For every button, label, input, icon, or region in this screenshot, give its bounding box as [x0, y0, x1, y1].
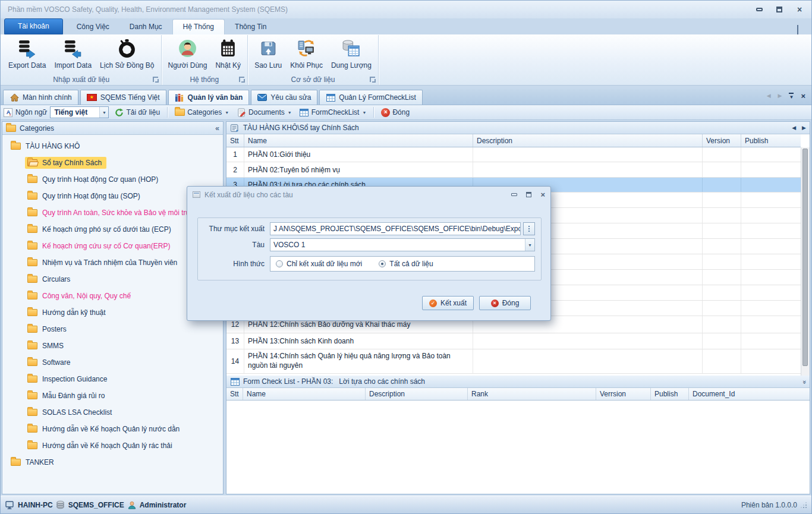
tab-list-icon[interactable]: ▼ — [789, 93, 794, 100]
close-button[interactable]: × — [795, 5, 804, 14]
log-button[interactable]: Nhật Ký — [211, 37, 245, 71]
dialog-close-icon[interactable]: × — [540, 191, 545, 198]
dialog-title-bar[interactable]: Kết xuất dữ liệu cho các tàu × — [187, 187, 550, 203]
radio-option-new-data[interactable]: Chỉ kết xuất dữ liệu mới — [276, 260, 362, 268]
close-x-icon: × — [491, 299, 499, 307]
close-red-icon: × — [381, 108, 390, 117]
tab-close-icon[interactable]: × — [801, 92, 805, 100]
tree-item[interactable]: SOLAS LSA Checklist — [2, 404, 223, 421]
column-header-description[interactable]: Description — [473, 134, 703, 147]
dialog-launcher-icon[interactable] — [370, 77, 375, 82]
restore-db-icon — [297, 39, 316, 60]
separator — [373, 107, 374, 118]
export-button[interactable]: ✓ Kết xuất — [422, 296, 474, 310]
formchecklist-table-header: Stt Name Description Rank Verrsion Publi… — [226, 388, 810, 401]
tree-item[interactable]: Hướng dẫn về Kế hoạch Quản lý rác thải — [2, 437, 223, 454]
backup-button[interactable]: Sao Lưu — [250, 37, 286, 71]
doc-tab-man-hinh-chinh[interactable]: Màn hình chính — [3, 90, 78, 105]
dialog-launcher-icon[interactable] — [239, 77, 244, 82]
table-row[interactable]: 2 PHẦN 02:Tuyên bố nhiệm vụ — [226, 162, 801, 178]
tree-item[interactable]: Hướng dẫn về Kế hoạch Quản lý nước dằn — [2, 421, 223, 437]
scrollbar-thumb[interactable] — [802, 149, 808, 366]
users-button[interactable]: Người Dùng — [164, 37, 212, 71]
radio-option-all-data[interactable]: Tất cả dữ liệu — [379, 260, 433, 268]
column-header-name[interactable]: Name — [243, 388, 366, 400]
sync-history-button[interactable]: Lịch Sử Đồng Bộ — [96, 37, 158, 71]
dialog-field-group: Thư mục kết xuất J AN\SQEMS_PROJECT\SQEM… — [197, 217, 542, 280]
export-data-icon — [17, 39, 37, 60]
restore-button[interactable] — [775, 5, 784, 14]
language-combobox[interactable]: Tiếng việt ▼ — [50, 106, 109, 118]
export-data-button[interactable]: Export Data — [4, 37, 50, 71]
column-header-verrsion[interactable]: Verrsion — [596, 388, 651, 400]
dialog-maximize-button[interactable] — [526, 192, 531, 197]
dialog-launcher-icon[interactable] — [153, 77, 158, 82]
column-header-stt[interactable]: Stt — [226, 388, 243, 400]
browse-ellipsis-button[interactable] — [523, 222, 535, 235]
language-icon: Ax — [3, 108, 12, 117]
resize-grip[interactable] — [801, 502, 807, 508]
tab-cong-viec[interactable]: Công Việc — [67, 20, 119, 34]
column-header-description[interactable]: Description — [366, 388, 468, 400]
column-header-publish[interactable]: Publish — [741, 134, 801, 147]
tab-tai-khoan[interactable]: Tài khoản — [4, 18, 63, 34]
tab-scroll-left-icon[interactable]: ◀ — [767, 93, 771, 99]
minimize-button[interactable] — [754, 5, 764, 14]
column-header-rank[interactable]: Rank — [468, 388, 596, 400]
tab-danh-muc[interactable]: Danh Mục — [119, 20, 172, 34]
doc-tab-quan-ly-van-ban[interactable]: Quản lý văn bản — [168, 90, 250, 105]
load-data-button[interactable]: Tải dữ liệu — [112, 106, 162, 118]
column-header-document-id[interactable]: Document_Id — [689, 388, 810, 400]
documents-menu-button[interactable]: Documents ▼ — [234, 106, 294, 118]
folder-icon — [11, 143, 21, 150]
tree-item[interactable]: Mẫu Đánh giá rủi ro — [2, 387, 223, 404]
column-header-publish[interactable]: Publish — [651, 388, 689, 400]
doc-tab-quan-ly-formchecklist[interactable]: Quản Lý FormCheckList — [319, 90, 422, 105]
column-header-stt[interactable]: Stt — [226, 134, 244, 147]
dialog-minimize-button[interactable] — [511, 193, 517, 196]
tree-item[interactable]: Software — [2, 354, 223, 371]
tab-scroll-right-icon[interactable]: ▶ — [778, 93, 782, 99]
import-data-button[interactable]: Import Data — [50, 37, 96, 71]
floppy-backup-icon — [259, 39, 278, 60]
categories-menu-button[interactable]: Categories ▼ — [172, 107, 231, 118]
column-header-name[interactable]: Name — [244, 134, 473, 147]
tab-scroll-tools: ◀ ▶ ▼ × — [767, 92, 805, 100]
doc-tab-sqems-tieng-viet[interactable]: ★ SQEMS Tiếng Việt — [80, 90, 166, 105]
folder-icon — [27, 226, 37, 233]
tree-item-root[interactable]: TANKER — [2, 454, 223, 471]
chevron-down-icon[interactable]: ▼ — [525, 239, 534, 251]
formchecklist-menu-button[interactable]: FormCheckList ▼ — [297, 106, 369, 118]
tab-thong-tin[interactable]: Thông Tin — [225, 20, 276, 34]
table-row[interactable]: 1 PHẦN 01:Giới thiệu — [226, 147, 801, 162]
collapse-panel-icon[interactable]: « — [215, 124, 219, 133]
tree-item-selected[interactable]: Sổ tay Chính Sách — [2, 154, 223, 171]
ribbon-collapse-button[interactable] — [797, 26, 803, 30]
table-row[interactable]: 14 PHẦN 14:Chính sách Quản lý hiệu quả n… — [226, 349, 801, 374]
calendar-icon — [218, 39, 238, 60]
vertical-scrollbar[interactable] — [801, 147, 810, 376]
dialog-buttons: ✓ Kết xuất × Đóng — [422, 296, 531, 310]
column-header-version[interactable]: Version — [703, 134, 741, 147]
export-dir-input[interactable]: J AN\SQEMS_PROJECT\SQEMS_OFFICE\SQEMS_OF… — [270, 222, 521, 235]
dialog-close-button[interactable]: × Đóng — [479, 296, 531, 310]
document-path: TÀU HÀNG KHÔ\Sổ tay Chính Sách — [243, 124, 359, 132]
tree-item[interactable]: SMMS — [2, 338, 223, 354]
table-row[interactable]: 13 PHẦN 13:Chính sách Kinh doanh — [226, 333, 801, 349]
restore-button-ribbon[interactable]: Khôi Phục — [286, 37, 327, 71]
tab-he-thong[interactable]: Hệ Thống — [172, 19, 225, 34]
tree-item[interactable]: Posters — [2, 321, 223, 338]
nav-right-icon[interactable]: ▶ — [802, 125, 806, 131]
chevron-down-icon[interactable]: ▼ — [99, 107, 108, 118]
tree-item[interactable]: Quy trình Hoạt động Cơ quan (HOP) — [2, 171, 223, 188]
tree-item[interactable]: Inspection Guidance — [2, 371, 223, 387]
capacity-button[interactable]: Dung Lượng — [327, 37, 376, 71]
ship-combobox[interactable]: VOSCO 1 ▼ — [270, 238, 535, 251]
doc-tab-yeu-cau-sua[interactable]: Yêu cầu sửa — [251, 90, 317, 105]
tree-item-root[interactable]: TÀU HÀNG KHÔ — [2, 138, 223, 154]
close-view-button[interactable]: × Đóng — [379, 107, 412, 118]
radio-off-icon — [276, 260, 283, 267]
ribbon-tab-strip: Tài khoản Công Việc Danh Mục Hệ Thống Th… — [1, 18, 811, 34]
double-chevron-icon[interactable]: » — [801, 380, 808, 383]
nav-left-icon[interactable]: ◀ — [792, 125, 796, 131]
